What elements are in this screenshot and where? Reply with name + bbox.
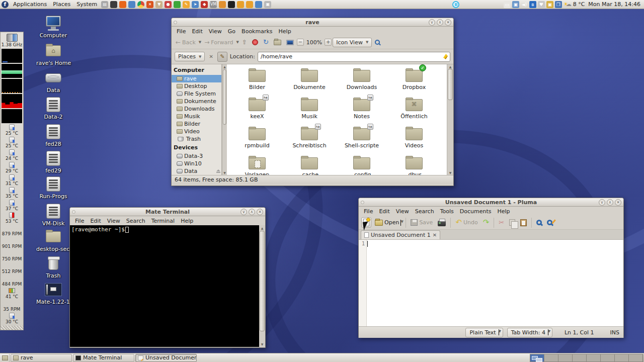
panel-launcher-icon[interactable]: ➤: [192, 1, 199, 8]
desktop-icon[interactable]: fed29: [36, 151, 70, 174]
shade-button[interactable]: ∨: [429, 19, 435, 26]
panel-launcher-icon[interactable]: [119, 1, 126, 8]
panel-launcher-icon[interactable]: ●: [165, 1, 172, 8]
zoom-in-button[interactable]: +: [325, 39, 332, 46]
sidebar-device-item[interactable]: Data-3: [172, 152, 221, 160]
view-mode-select[interactable]: Icon View▼: [333, 38, 372, 47]
file-item[interactable]: .config: [336, 156, 388, 175]
search-button[interactable]: [373, 39, 382, 46]
text-area[interactable]: [367, 240, 623, 326]
desktop-icon[interactable]: fed28: [36, 124, 70, 147]
file-item[interactable]: Öffentlich: [388, 98, 440, 127]
weather-icon[interactable]: ☀☁: [564, 1, 572, 8]
desktop-icon[interactable]: desktop-secret: [36, 229, 70, 252]
clear-location-icon[interactable]: [443, 54, 448, 59]
task-button[interactable]: Mate Terminal: [73, 354, 134, 362]
reload-button[interactable]: ↻: [261, 38, 271, 46]
sidebar-item[interactable]: Downloads: [172, 105, 221, 113]
task-button[interactable]: rave: [11, 354, 72, 362]
workspace-cell[interactable]: [629, 354, 643, 361]
panel-launcher-icon[interactable]: [237, 1, 244, 8]
terminal-menu-item[interactable]: File: [72, 217, 87, 225]
caja-menu-item[interactable]: File: [174, 27, 189, 36]
file-item[interactable]: .dbus: [388, 156, 440, 175]
panel-launcher-icon[interactable]: [219, 1, 226, 8]
workspace-cell[interactable]: [587, 354, 601, 361]
maximize-button[interactable]: ∧: [249, 209, 255, 215]
cut-button[interactable]: ✂: [497, 218, 506, 227]
file-item[interactable]: Downloads: [336, 68, 388, 98]
open-button[interactable]: Open▼: [373, 218, 403, 227]
panel-launcher-icon[interactable]: ✕: [146, 1, 153, 8]
find-button[interactable]: [535, 219, 543, 226]
up-button[interactable]: ⇧: [240, 39, 249, 46]
panel-menu[interactable]: System: [74, 0, 100, 9]
panel-launcher-icon[interactable]: [246, 1, 253, 8]
zoom-out-button[interactable]: −: [297, 39, 304, 46]
sidebar-item[interactable]: File System: [172, 90, 221, 98]
desktop-icon[interactable]: ⌂ rave's Home: [36, 43, 70, 66]
sidebar-item[interactable]: Trash: [172, 135, 221, 143]
forward-button[interactable]: →Forward: [202, 38, 235, 47]
copy-button[interactable]: [508, 218, 517, 227]
file-item[interactable]: ↪ keeX: [231, 98, 283, 127]
desktop-icon[interactable]: Data-2: [36, 97, 70, 120]
workspace-cell[interactable]: [544, 354, 558, 361]
file-item[interactable]: .cache: [283, 156, 336, 175]
caja-menu-item[interactable]: Go: [225, 27, 238, 36]
home-button[interactable]: [272, 39, 283, 46]
caja-menu-item[interactable]: Edit: [189, 27, 205, 36]
caja-menu-item[interactable]: View: [206, 27, 225, 36]
close-button[interactable]: ✕: [445, 19, 451, 26]
redo-button[interactable]: ↷: [481, 218, 491, 227]
location-input[interactable]: /home/rave: [258, 52, 450, 62]
file-item[interactable]: Musik: [283, 98, 336, 127]
panel-launcher-icon[interactable]: [174, 1, 181, 8]
sidebar-mode-select[interactable]: Places▼: [175, 52, 205, 61]
tab-close-icon[interactable]: ✕: [433, 232, 437, 238]
tray-icon[interactable]: ▭: [504, 1, 511, 8]
sidebar-item[interactable]: Musik: [172, 113, 221, 120]
terminal-screen[interactable]: [rave@mother ~]$: [70, 225, 259, 347]
file-item[interactable]: Videos: [388, 127, 440, 156]
panel-launcher-icon[interactable]: [228, 1, 235, 8]
location-edit-toggle[interactable]: ✎: [217, 52, 227, 62]
tray-icon[interactable]: ▣: [546, 1, 553, 8]
panel-menu[interactable]: Applications: [11, 0, 49, 9]
shade-button[interactable]: ∨: [599, 199, 605, 206]
panel-launcher-icon[interactable]: VM: [210, 1, 217, 8]
desktop-icon[interactable]: Computer: [36, 16, 70, 39]
maximize-button[interactable]: ∧: [607, 199, 613, 206]
caja-titlebar[interactable]: rave ∨ ∧ ✕: [172, 18, 453, 27]
panel-launcher-icon[interactable]: [128, 1, 135, 8]
tray-icon[interactable]: ❐: [555, 1, 562, 8]
pluma-editor[interactable]: 1: [359, 240, 623, 326]
sidebar-item[interactable]: Desktop: [172, 82, 221, 90]
close-button[interactable]: ✕: [615, 199, 621, 206]
caja-menu-item[interactable]: Bookmarks: [238, 27, 275, 36]
pluma-menu-item[interactable]: Help: [494, 207, 513, 216]
file-item[interactable]: ↪ Schreibtisch: [283, 127, 336, 156]
workspace-cell[interactable]: [530, 354, 544, 361]
panel-launcher-icon[interactable]: [255, 1, 262, 8]
sidebar-close-icon[interactable]: ✕: [207, 53, 214, 60]
panel-launcher-icon[interactable]: ▼: [155, 1, 163, 8]
eject-icon[interactable]: [216, 169, 220, 173]
panel-menu[interactable]: Places: [50, 0, 73, 9]
task-button[interactable]: Unsaved Document 1 - ...: [135, 354, 197, 362]
close-button[interactable]: ✕: [257, 209, 263, 215]
pluma-menu-item[interactable]: Tools: [437, 207, 457, 216]
document-tab[interactable]: Unsaved Document 1 ✕: [361, 230, 440, 239]
sidebar-device-item[interactable]: Data: [172, 167, 221, 175]
file-item[interactable]: ↪ Shell-scripte: [336, 127, 388, 156]
back-dropdown-icon[interactable]: ▼: [199, 40, 201, 44]
desktop-icon[interactable]: Data: [36, 70, 70, 94]
panel-launcher-icon[interactable]: [137, 1, 144, 8]
panel-launcher-icon[interactable]: ▣: [264, 1, 271, 8]
tray-icon[interactable]: ▣: [512, 1, 519, 8]
back-button[interactable]: ←Back: [174, 38, 198, 47]
file-item[interactable]: Bilder: [231, 68, 283, 98]
maximize-button[interactable]: ∧: [437, 19, 443, 26]
files-scrollbar[interactable]: ▲ ▼: [447, 64, 453, 175]
terminal-menu-item[interactable]: Search: [123, 217, 148, 225]
